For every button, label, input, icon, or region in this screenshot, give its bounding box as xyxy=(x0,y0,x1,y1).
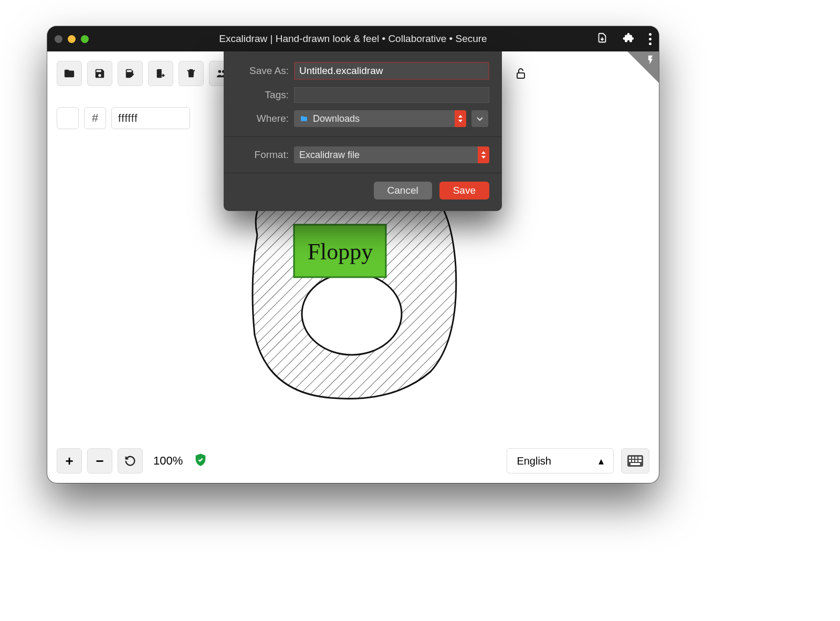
svg-rect-17 xyxy=(631,463,640,465)
zoom-percentage: 100% xyxy=(153,454,183,468)
save-confirm-button[interactable]: Save xyxy=(439,182,489,199)
zoom-out-button[interactable]: − xyxy=(87,448,112,473)
format-value: Excalidraw file xyxy=(299,150,474,161)
sticky-text: Floppy xyxy=(308,239,373,265)
where-caret-icon xyxy=(455,110,466,127)
window-title: Excalidraw | Hand-drawn look & feel • Co… xyxy=(47,33,659,45)
zoom-reset-button[interactable] xyxy=(118,448,143,473)
titlebar: Excalidraw | Hand-drawn look & feel • Co… xyxy=(47,26,659,51)
tags-input[interactable] xyxy=(294,87,489,103)
where-label: Where: xyxy=(236,113,289,124)
save-filename-input[interactable] xyxy=(294,62,489,80)
maximize-window-button[interactable] xyxy=(81,35,89,43)
hash-label: # xyxy=(84,107,106,129)
svg-rect-2 xyxy=(517,73,524,78)
minimize-window-button[interactable] xyxy=(68,35,76,43)
more-menu-icon[interactable] xyxy=(649,33,652,45)
save-button[interactable] xyxy=(87,61,112,86)
download-extension-icon[interactable] xyxy=(596,32,608,46)
svg-rect-12 xyxy=(638,457,642,459)
zoom-in-button[interactable]: + xyxy=(57,448,82,473)
svg-rect-14 xyxy=(632,460,634,462)
app-canvas-area: A 8 # xyxy=(47,51,659,483)
svg-point-6 xyxy=(302,273,402,355)
open-button[interactable] xyxy=(57,61,82,86)
svg-point-0 xyxy=(218,70,222,73)
window-frame: Excalidraw | Hand-drawn look & feel • Co… xyxy=(47,26,659,483)
format-label: Format: xyxy=(236,149,289,161)
canvas-color-hex-input[interactable] xyxy=(111,107,190,129)
lock-toggle-icon[interactable] xyxy=(514,67,527,82)
corner-bolt-icon[interactable] xyxy=(645,55,656,67)
keyboard-shortcuts-button[interactable] xyxy=(621,448,649,473)
language-value: English xyxy=(517,455,551,467)
svg-rect-13 xyxy=(629,460,631,462)
cancel-button[interactable]: Cancel xyxy=(374,182,432,199)
export-button[interactable] xyxy=(148,61,173,86)
format-caret-icon xyxy=(478,146,489,163)
save-dialog: Save As: Tags: Where: Downloads xyxy=(224,51,502,211)
where-select[interactable]: Downloads xyxy=(294,110,466,127)
canvas-color-row: # xyxy=(57,107,190,129)
language-select[interactable]: English ▴ xyxy=(507,448,614,473)
format-select[interactable]: Excalidraw file xyxy=(294,146,489,163)
trash-button[interactable] xyxy=(178,61,204,86)
edit-file-button[interactable] xyxy=(118,61,143,86)
traffic-lights xyxy=(55,35,89,43)
where-expand-button[interactable] xyxy=(471,110,488,127)
svg-rect-9 xyxy=(629,457,631,459)
svg-rect-10 xyxy=(632,457,634,459)
file-toolbar xyxy=(57,61,234,86)
extensions-puzzle-icon[interactable] xyxy=(623,32,634,46)
tags-label: Tags: xyxy=(236,89,289,101)
folder-icon xyxy=(299,115,309,122)
svg-rect-15 xyxy=(635,460,637,462)
chevron-up-icon: ▴ xyxy=(598,455,604,467)
close-window-button[interactable] xyxy=(55,35,62,43)
encryption-shield-icon[interactable] xyxy=(193,452,208,469)
where-value: Downloads xyxy=(313,113,450,124)
svg-rect-11 xyxy=(635,457,637,459)
zoom-controls: + − 100% xyxy=(57,448,208,473)
save-as-label: Save As: xyxy=(236,65,289,77)
canvas-color-swatch[interactable] xyxy=(57,107,79,129)
svg-rect-16 xyxy=(638,460,642,462)
